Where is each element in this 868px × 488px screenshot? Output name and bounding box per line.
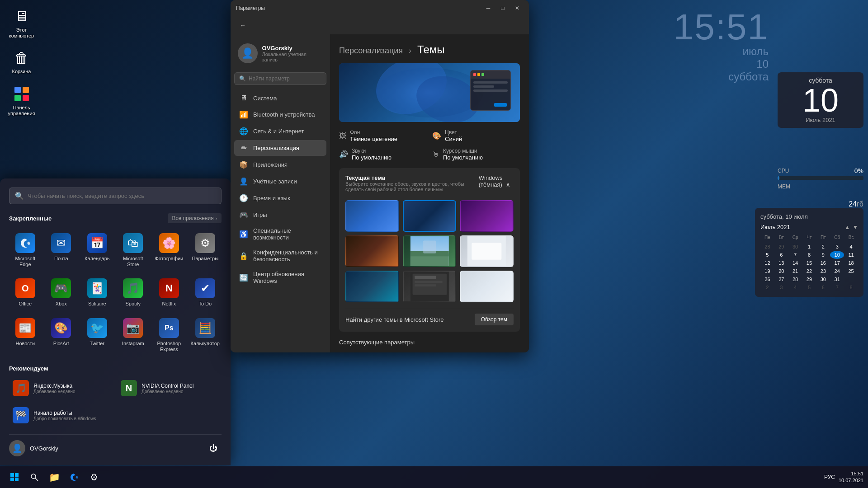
theme-thumb-light[interactable]	[460, 271, 514, 302]
pinned-app-picsart[interactable]: 🎨 PicsArt	[45, 314, 78, 356]
cal-day[interactable]: 27	[774, 275, 788, 283]
desktop-icon-computer[interactable]: 🖥 Этот компьютер	[5, 5, 38, 42]
cal-day[interactable]: 9	[816, 251, 830, 259]
expand-icon[interactable]: ∧	[506, 181, 510, 188]
nav-item-network[interactable]: 🌐 Сеть & и Интернет	[234, 123, 326, 139]
pinned-app-store[interactable]: 🛍 Microsoft Store	[117, 230, 150, 271]
cal-day[interactable]: 13	[774, 259, 788, 267]
cal-day[interactable]: 12	[760, 259, 774, 267]
nav-item-accessibility[interactable]: ♿ Специальные возможности	[234, 224, 326, 244]
cal-day[interactable]: 4	[844, 243, 858, 251]
cal-day[interactable]: 8	[802, 251, 816, 259]
theme-thumb-gray[interactable]	[403, 271, 457, 302]
theme-thumb-win11-dark[interactable]	[403, 200, 457, 232]
theme-thumb-white[interactable]	[460, 235, 514, 267]
calendar-next-btn[interactable]: ▼	[853, 224, 858, 230]
nav-item-system[interactable]: 🖥 Система	[234, 90, 326, 106]
cal-day[interactable]: 23	[816, 267, 830, 275]
pinned-app-xbox[interactable]: 🎮 Xbox	[45, 275, 78, 310]
pinned-app-ps-express[interactable]: Ps Photoshop Express	[153, 314, 185, 356]
cal-day[interactable]: 25	[844, 267, 858, 275]
cal-day[interactable]: 29	[774, 243, 788, 251]
nav-item-time[interactable]: 🕐 Время и язык	[234, 190, 326, 206]
taskbar-settings-button[interactable]: ⚙	[85, 468, 103, 486]
theme-thumb-flower[interactable]	[345, 235, 399, 267]
cal-day[interactable]: 3	[830, 243, 844, 251]
cal-day[interactable]: 30	[816, 275, 830, 283]
nav-item-gaming[interactable]: 🎮 Игры	[234, 207, 326, 223]
cal-day[interactable]: 1	[802, 243, 816, 251]
theme-meta-background[interactable]: 🖼 Фон Тёмное цветение	[339, 129, 427, 142]
cal-day[interactable]: 20	[774, 267, 788, 275]
settings-search-box[interactable]: 🔍	[234, 72, 326, 85]
cal-day[interactable]: 6	[816, 283, 830, 291]
taskbar-files-button[interactable]: 📁	[45, 468, 63, 486]
cal-day[interactable]: 2	[760, 283, 774, 291]
start-search-input[interactable]	[28, 192, 216, 199]
settings-user-profile[interactable]: 👤 OVGorskiy Локальная учётная запись	[234, 40, 326, 67]
taskbar-start-button[interactable]	[5, 468, 24, 486]
theme-meta-color[interactable]: 🎨 Цвет Синий	[432, 129, 520, 142]
browse-themes-button[interactable]: Обзор тем	[475, 314, 514, 325]
cal-day[interactable]: 5	[802, 283, 816, 291]
desktop-icon-recycle[interactable]: 🗑 Корзина	[5, 46, 38, 77]
cal-day[interactable]: 17	[830, 259, 844, 267]
theme-thumb-cyan[interactable]	[345, 271, 399, 302]
cal-day[interactable]: 7	[830, 283, 844, 291]
pinned-app-netflix[interactable]: N Netflix	[153, 275, 185, 310]
settings-back-button[interactable]: ←	[236, 20, 250, 31]
cal-day[interactable]: 28	[760, 243, 774, 251]
theme-meta-sounds[interactable]: 🔊 Звуки По умолчанию	[339, 148, 427, 161]
nav-item-bluetooth[interactable]: 📶 Bluetooth и устройства	[234, 107, 326, 122]
cal-day[interactable]: 18	[844, 259, 858, 267]
cal-day[interactable]: 19	[760, 267, 774, 275]
cal-day[interactable]: 5	[760, 251, 774, 259]
cal-day[interactable]: 11	[844, 251, 858, 259]
pinned-app-calc[interactable]: 🧮 Калькулятор	[189, 314, 222, 356]
taskbar-clock[interactable]: 15:51 10.07.2021	[839, 470, 863, 484]
pinned-app-settings[interactable]: ⚙ Параметры	[189, 230, 222, 271]
cal-day-today[interactable]: 10	[830, 251, 844, 259]
nav-item-privacy[interactable]: 🔒 Конфиденциальность и безопасность	[234, 245, 326, 266]
recommended-item-nvidia[interactable]: N NVIDIA Control Panel Добавлено недавно	[117, 376, 222, 400]
settings-search-input[interactable]	[249, 75, 321, 82]
taskbar-search-button[interactable]	[25, 468, 43, 486]
nav-item-accounts[interactable]: 👤 Учётные записи	[234, 174, 326, 189]
cal-day[interactable]: 21	[788, 267, 802, 275]
pinned-app-todo[interactable]: ✔ To Do	[189, 275, 222, 310]
cal-day[interactable]: 26	[760, 275, 774, 283]
pinned-app-solitaire[interactable]: 🃏 Solitaire	[81, 275, 113, 310]
nav-item-apps[interactable]: 📦 Приложения	[234, 157, 326, 173]
calendar-prev-btn[interactable]: ▲	[844, 224, 850, 230]
theme-thumb-landscape[interactable]	[403, 235, 457, 267]
theme-meta-cursor[interactable]: 🖱 Курсор мыши По умолчанию	[432, 148, 520, 161]
pinned-app-photos[interactable]: 🌸 Фотографии	[153, 230, 185, 271]
power-button[interactable]: ⏻	[205, 440, 222, 456]
desktop-icon-control-panel[interactable]: Панель управления	[5, 82, 38, 119]
theme-thumb-win11-light[interactable]	[345, 200, 399, 232]
pinned-app-calendar[interactable]: 📅 Календарь	[81, 230, 113, 271]
maximize-button[interactable]: □	[496, 3, 509, 13]
taskbar-edge-button[interactable]	[65, 468, 83, 486]
cal-day[interactable]: 28	[788, 275, 802, 283]
cal-day[interactable]: 8	[844, 283, 858, 291]
cal-day[interactable]: 15	[802, 259, 816, 267]
recommended-item-yandex[interactable]: 🎵 Яндекс.Музыка Добавлено недавно	[9, 376, 113, 400]
all-apps-button[interactable]: Все приложения ›	[168, 213, 222, 223]
cal-day[interactable]: 29	[802, 275, 816, 283]
cal-day[interactable]: 14	[788, 259, 802, 267]
start-search-box[interactable]: 🔍	[9, 188, 222, 204]
start-user-button[interactable]: 👤 OVGorskiy	[9, 440, 58, 456]
cal-day[interactable]: 16	[816, 259, 830, 267]
nav-item-personalization[interactable]: ✏ Персонализация	[234, 140, 326, 156]
cal-day[interactable]: 22	[802, 267, 816, 275]
pinned-app-office[interactable]: O Office	[9, 275, 42, 310]
pinned-app-news[interactable]: 📰 Новости	[9, 314, 42, 356]
cal-day[interactable]: 30	[788, 243, 802, 251]
breadcrumb-parent[interactable]: Персонализация	[339, 46, 403, 55]
recommended-item-startup[interactable]: 🏁 Начало работы Добро пожаловать в Windo…	[9, 404, 113, 427]
cal-day[interactable]: 6	[774, 251, 788, 259]
cal-day[interactable]: 24	[830, 267, 844, 275]
minimize-button[interactable]: ─	[482, 3, 495, 13]
pinned-app-spotify[interactable]: 🎵 Spotify	[117, 275, 150, 310]
